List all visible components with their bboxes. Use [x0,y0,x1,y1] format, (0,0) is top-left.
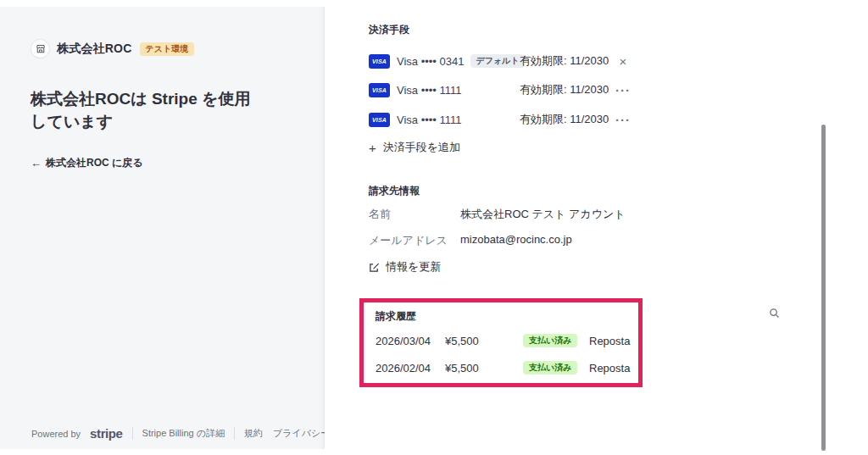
billing-field-row: メールアドレス mizobata@rocinc.co.jp [369,233,648,248]
card-expiry: 有効期限: 11/2030 [520,82,609,97]
add-payment-method-button[interactable]: + 決済手段を追加 [369,140,460,155]
billing-field-label: メールアドレス [369,233,460,248]
back-link-label: 株式会社ROC に戻る [46,156,143,170]
search-invoices-button[interactable] [766,305,782,320]
invoice-history-title: 請求履歴 [376,309,416,324]
portal-main-content: 決済手段 VISA Visa •••• 0341 デフォルト 有効期限: 11/… [325,0,868,455]
billing-info-title: 請求先情報 [369,184,420,198]
invoice-row[interactable]: 2026/02/04 ¥5,500 支払い済み Reposta [376,361,630,375]
visa-card-icon: VISA [369,54,390,69]
invoice-date: 2026/02/04 [376,362,445,375]
remove-card-button[interactable]: × [615,55,631,68]
portal-footer: Powered by stripe Stripe Billing の詳細 規約 … [31,426,330,441]
merchant-name: 株式会社ROC [57,42,132,57]
billing-field-row: 名前 株式会社ROC テスト アカウント [369,207,648,222]
search-icon [769,308,780,319]
default-badge: デフォルト [470,54,524,68]
payment-method-row: VISA Visa •••• 1111 有効期限: 11/2030 ··· [369,80,623,100]
merchant-logo-row: 株式会社ROC テスト環境 [31,40,194,58]
card-expiry: 有効期限: 11/2030 [520,53,609,69]
invoice-history-highlight-box: 請求履歴 2026/03/04 ¥5,500 支払い済み Reposta 202… [359,298,643,387]
footer-divider [234,427,235,440]
update-info-button[interactable]: 情報を更新 [369,259,441,275]
invoice-amount: ¥5,500 [445,335,523,347]
billing-field-value: mizobata@rocinc.co.jp [460,233,648,248]
stripe-logo[interactable]: stripe [90,426,122,441]
billing-field-value: 株式会社ROC テスト アカウント [460,207,648,222]
billing-field-label: 名前 [369,207,460,222]
back-to-merchant-link[interactable]: ← 株式会社ROC に戻る [31,156,143,170]
card-more-menu-button[interactable]: ··· [615,114,631,126]
visa-card-icon: VISA [369,113,390,127]
customer-portal-page: 株式会社ROC テスト環境 株式会社ROCは Stripe を使用しています ←… [0,0,868,455]
privacy-link[interactable]: プライバシー [273,427,330,440]
page-title: 株式会社ROCは Stripe を使用しています [31,88,253,134]
merchant-sidebar: 株式会社ROC テスト環境 株式会社ROCは Stripe を使用しています ←… [0,7,325,449]
update-info-label: 情報を更新 [386,259,441,275]
card-number-label: Visa •••• 1111 [397,114,462,126]
merchant-avatar [31,40,49,58]
card-number-label: Visa •••• 0341 [397,55,464,68]
stripe-billing-details-link[interactable]: Stripe Billing の詳細 [142,427,225,440]
card-number-label: Visa •••• 1111 [397,84,462,97]
vertical-scrollbar[interactable] [821,125,826,451]
card-more-menu-button[interactable]: ··· [615,84,631,97]
terms-link[interactable]: 規約 [244,427,263,440]
footer-divider [132,427,133,440]
payment-method-row: VISA Visa •••• 0341 デフォルト 有効期限: 11/2030 … [369,51,623,71]
add-payment-method-label: 決済手段を追加 [383,140,460,155]
invoice-description: Reposta [589,362,630,375]
invoice-amount: ¥5,500 [445,362,523,375]
back-arrow-icon: ← [31,157,42,169]
storefront-icon [36,44,46,54]
invoice-row[interactable]: 2026/03/04 ¥5,500 支払い済み Reposta [376,334,630,347]
card-expiry: 有効期限: 11/2030 [520,112,609,127]
visa-card-icon: VISA [369,83,390,97]
invoice-description: Reposta [589,335,630,347]
powered-by-label: Powered by [31,429,81,439]
test-mode-badge: テスト環境 [140,42,195,56]
paid-status-badge: 支払い済み [523,361,577,375]
invoice-date: 2026/03/04 [376,335,445,347]
payment-methods-title: 決済手段 [369,23,409,37]
payment-method-row: VISA Visa •••• 1111 有効期限: 11/2030 ··· [369,109,623,130]
paid-status-badge: 支払い済み [523,334,577,347]
edit-icon [369,262,380,273]
plus-icon: + [369,141,376,154]
